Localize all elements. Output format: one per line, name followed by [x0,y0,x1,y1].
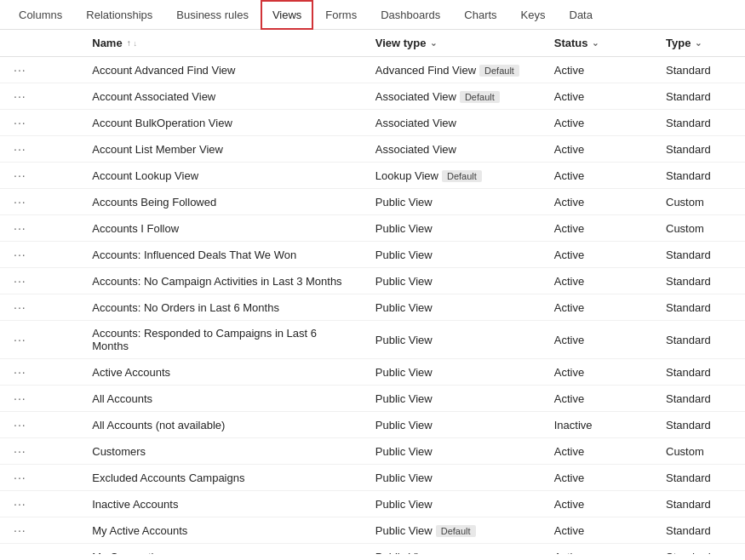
row-menu-dots[interactable]: ··· [0,517,82,544]
table-row[interactable]: ···Account Associated ViewAssociated Vie… [0,83,745,110]
row-menu-dots[interactable]: ··· [0,386,82,412]
row-viewtype: Public View [365,386,544,412]
viewtype-label: Public View [375,275,433,288]
dots-icon[interactable]: ··· [10,443,30,460]
tab-dashboards[interactable]: Dashboards [369,0,452,30]
dots-icon[interactable]: ··· [10,299,30,316]
row-menu-dots[interactable]: ··· [0,544,82,555]
row-menu-dots[interactable]: ··· [0,163,82,189]
dots-icon[interactable]: ··· [10,363,30,380]
dots-icon[interactable]: ··· [10,522,30,539]
row-type: Standard [656,136,745,163]
tab-forms[interactable]: Forms [313,0,369,30]
dots-icon[interactable]: ··· [10,140,30,157]
table-row[interactable]: ···All AccountsPublic ViewActiveStandard [0,386,745,412]
dots-icon[interactable]: ··· [10,246,30,263]
tab-views[interactable]: Views [261,0,313,30]
viewtype-label: Public View [375,392,433,405]
table-row[interactable]: ···Account BulkOperation ViewAssociated … [0,110,745,136]
dots-icon[interactable]: ··· [10,61,30,78]
row-status: Active [544,242,656,268]
viewtype-label: Lookup View [375,169,438,182]
table-row[interactable]: ···Active AccountsPublic ViewActiveStand… [0,359,745,386]
row-menu-dots[interactable]: ··· [0,242,82,268]
table-row[interactable]: ···Inactive AccountsPublic ViewActiveSta… [0,491,745,517]
viewtype-label: Public View [375,222,433,235]
row-menu-dots[interactable]: ··· [0,294,82,321]
row-viewtype: Associated View [365,110,544,136]
dots-icon[interactable]: ··· [10,114,30,131]
table-row[interactable]: ···All Accounts (not available)Public Vi… [0,412,745,438]
tab-relationships[interactable]: Relationships [74,0,164,30]
table-row[interactable]: ···Excluded Accounts CampaignsPublic Vie… [0,465,745,491]
dots-icon[interactable]: ··· [10,331,30,348]
row-type: Standard [656,110,745,136]
dots-icon[interactable]: ··· [10,495,30,512]
default-badge: Default [479,65,519,77]
dots-icon[interactable]: ··· [10,167,30,184]
sort-chevron-type[interactable]: ⌄ [695,38,702,48]
row-name: Accounts I Follow [82,215,365,242]
row-name: Customers [82,438,365,465]
dots-icon[interactable]: ··· [10,193,30,210]
row-menu-dots[interactable]: ··· [0,136,82,163]
tab-data[interactable]: Data [558,0,605,30]
row-menu-dots[interactable]: ··· [0,189,82,215]
row-viewtype: Public View [365,215,544,242]
table-row[interactable]: ···My Active AccountsPublic ViewDefaultA… [0,517,745,544]
dots-icon[interactable]: ··· [10,220,30,237]
table-row[interactable]: ···Account Advanced Find ViewAdvanced Fi… [0,57,745,83]
viewtype-label: Advanced Find View [375,64,476,77]
table-row[interactable]: ···Accounts: Responded to Campaigns in L… [0,321,745,359]
col-label-viewtype: View type [375,37,427,49]
sort-chevron-status[interactable]: ⌄ [592,38,599,48]
row-name: Excluded Accounts Campaigns [82,465,365,491]
tab-business-rules[interactable]: Business rules [164,0,261,30]
row-status: Active [544,163,656,189]
row-menu-dots[interactable]: ··· [0,110,82,136]
sort-chevron-viewtype[interactable]: ⌄ [430,38,437,48]
dots-icon[interactable]: ··· [10,548,30,554]
col-header-status[interactable]: Status ⌄ [544,30,656,57]
dots-icon[interactable]: ··· [10,272,30,289]
tab-keys[interactable]: Keys [509,0,558,30]
dots-icon[interactable]: ··· [10,390,30,407]
table-row[interactable]: ···CustomersPublic ViewActiveCustom [0,438,745,465]
row-menu-dots[interactable]: ··· [0,412,82,438]
table-row[interactable]: ···Accounts: No Campaign Activities in L… [0,268,745,294]
row-menu-dots[interactable]: ··· [0,491,82,517]
row-viewtype: Associated ViewDefault [365,83,544,110]
tab-charts[interactable]: Charts [452,0,508,30]
table-row[interactable]: ···Accounts: No Orders in Last 6 MonthsP… [0,294,745,321]
row-viewtype: Associated View [365,136,544,163]
row-type: Standard [656,268,745,294]
tab-columns[interactable]: Columns [7,0,74,30]
col-label-type: Type [666,37,691,49]
row-viewtype: Public View [365,189,544,215]
dots-icon[interactable]: ··· [10,416,30,433]
col-header-name[interactable]: Name ↑ ↓ [82,30,365,57]
table-row[interactable]: ···My ConnectionsPublic ViewActiveStanda… [0,544,745,555]
col-header-viewtype[interactable]: View type ⌄ [365,30,544,57]
sort-chevron-name[interactable]: ↑ ↓ [127,38,137,48]
row-menu-dots[interactable]: ··· [0,215,82,242]
dots-icon[interactable]: ··· [10,469,30,486]
row-menu-dots[interactable]: ··· [0,438,82,465]
row-viewtype: Public View [365,465,544,491]
viewtype-label: Associated View [375,117,456,129]
table-row[interactable]: ···Accounts: Influenced Deals That We Wo… [0,242,745,268]
row-viewtype: Public View [365,294,544,321]
table-row[interactable]: ···Account List Member ViewAssociated Vi… [0,136,745,163]
row-menu-dots[interactable]: ··· [0,465,82,491]
table-row[interactable]: ···Account Lookup ViewLookup ViewDefault… [0,163,745,189]
row-menu-dots[interactable]: ··· [0,321,82,359]
table-row[interactable]: ···Accounts I FollowPublic ViewActiveCus… [0,215,745,242]
row-menu-dots[interactable]: ··· [0,83,82,110]
row-menu-dots[interactable]: ··· [0,359,82,386]
row-menu-dots[interactable]: ··· [0,57,82,83]
table-row[interactable]: ···Accounts Being FollowedPublic ViewAct… [0,189,745,215]
dots-icon[interactable]: ··· [10,88,30,105]
row-type: Standard [656,321,745,359]
col-header-type[interactable]: Type ⌄ [656,30,745,57]
row-menu-dots[interactable]: ··· [0,268,82,294]
